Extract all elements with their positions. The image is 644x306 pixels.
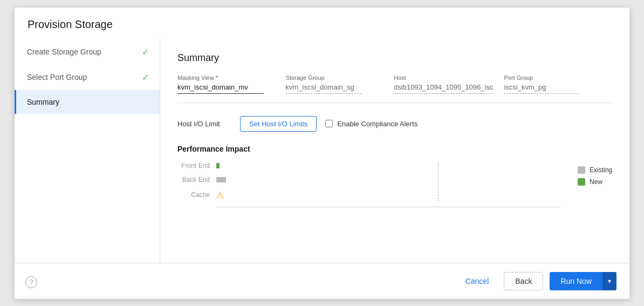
host-label: Host [394,74,493,81]
performance-chart-area: Front End Back End [177,162,612,207]
help-icon-wrapper: ? [25,276,37,288]
storage-group-field-group: Storage Group kvm_iscsi_domain_sg [286,74,394,94]
dialog-footer: Cancel Back Run Now ▾ [15,263,629,299]
help-icon[interactable]: ? [25,276,37,288]
warning-icon: ⚠ [216,190,224,200]
legend-color-existing [578,166,585,174]
dialog-title: Provision Storage [15,8,629,39]
storage-group-label: Storage Group [286,74,383,81]
run-now-button-group: Run Now ▾ [550,272,616,290]
io-limit-label: Host I/O Limit [177,120,231,128]
port-group-value: iscsi_kvm_pg [504,83,579,94]
perf-row-cache: Cache ⚠ [177,190,560,200]
cache-indicator: ⚠ [216,190,560,200]
sidebar-item-label: Summary [27,98,59,106]
legend-item-existing: Existing [578,166,612,174]
cancel-button[interactable]: Cancel [457,273,498,290]
masking-view-label: Masking View * [177,74,275,81]
chart-baseline [216,207,560,207]
port-group-label: Port Group [504,74,601,81]
dialog-body: Create Storage Group ✓ Select Port Group… [15,39,629,263]
compliance-alerts-label: Enable Compliance Alerts [337,120,417,128]
set-host-io-limits-button[interactable]: Set Host I/O Limits [240,116,317,132]
check-icon-select-port-group: ✓ [142,72,149,83]
legend-label-new: New [590,178,602,186]
sidebar-item-create-storage-group[interactable]: Create Storage Group ✓ [15,39,160,65]
port-group-field-group: Port Group iscsi_kvm_pg [504,74,612,94]
run-now-dropdown-button[interactable]: ▾ [602,272,616,290]
check-icon-create-storage-group: ✓ [142,47,149,57]
section-title: Summary [177,52,612,64]
backend-label: Back End [177,176,210,183]
provision-storage-dialog: Provision Storage Create Storage Group ✓… [15,8,629,299]
legend-item-new: New [578,178,612,186]
frontend-bars [216,163,560,168]
perf-row-frontend: Front End [177,162,560,169]
sidebar-item-summary[interactable]: Summary [15,90,160,114]
chart-wrapper: Front End Back End [177,162,560,207]
backend-bars [216,177,560,182]
cache-label: Cache [177,191,210,199]
sidebar: Create Storage Group ✓ Select Port Group… [15,39,160,263]
host-value: dsib1093_1094_1095_1096_isc [394,83,493,94]
compliance-alerts-group: Enable Compliance Alerts [325,120,417,128]
masking-view-value: kvm_iscsi_domain_mv [177,83,264,94]
frontend-new-bar [216,163,220,168]
legend-label-existing: Existing [590,166,612,174]
sidebar-item-label: Select Port Group [27,73,87,81]
back-button[interactable]: Back [504,272,543,290]
io-limit-row: Host I/O Limit Set Host I/O Limits Enabl… [177,116,612,132]
masking-view-field-group: Masking View * kvm_iscsi_domain_mv [177,74,286,94]
enable-compliance-checkbox[interactable] [325,120,333,127]
sidebar-item-select-port-group[interactable]: Select Port Group ✓ [15,65,160,90]
perf-row-backend: Back End [177,176,560,183]
fields-row: Masking View * kvm_iscsi_domain_mv Stora… [177,74,612,103]
legend-color-new [578,178,585,186]
chart-legend: Existing New [578,166,612,207]
performance-impact-title: Performance Impact [177,145,612,153]
sidebar-item-label: Create Storage Group [27,47,101,56]
host-field-group: Host dsib1093_1094_1095_1096_isc [394,74,504,94]
main-content: Summary Masking View * kvm_iscsi_domain_… [160,39,629,263]
performance-impact-section: Performance Impact Front End [177,145,612,250]
backend-existing-bar [216,177,226,182]
run-now-button[interactable]: Run Now [550,272,602,290]
frontend-label: Front End [177,162,210,169]
storage-group-value: kvm_iscsi_domain_sg [286,83,361,94]
